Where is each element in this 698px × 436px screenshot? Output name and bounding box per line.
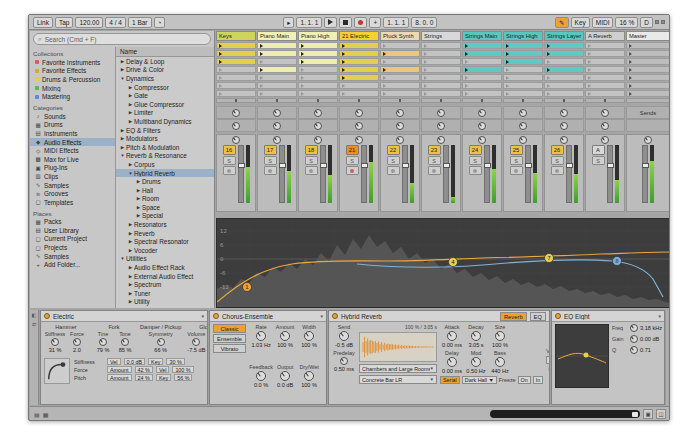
param-knob[interactable] — [447, 331, 457, 341]
send-knob[interactable] — [601, 122, 609, 130]
clip-slot-empty[interactable] — [544, 58, 584, 65]
scene-slot[interactable] — [626, 50, 670, 57]
fader-handle[interactable] — [238, 163, 245, 168]
sidebar-item-mastering[interactable]: Mastering — [30, 92, 115, 101]
track-header-pluck-synth[interactable]: Pluck Synth — [380, 31, 420, 41]
tree-item-hall[interactable]: ▶Hall — [116, 186, 214, 195]
device-header[interactable]: Electric ▾ — [41, 311, 207, 322]
scene-slot[interactable] — [626, 42, 670, 49]
param-cell[interactable]: Amount — [107, 366, 132, 373]
tree-item-hybrid-reverb[interactable]: ▼Hybrid Reverb — [116, 169, 214, 178]
tree-item-multiband-dynamics[interactable]: ▶Multiband Dynamics — [116, 117, 214, 126]
vintage-select[interactable]: Off ▼ — [546, 356, 549, 364]
clip-slot-filled[interactable] — [544, 42, 584, 49]
arrangement-position[interactable]: 1. 1. 1 — [296, 17, 322, 28]
sidebar-item-midi-effects[interactable]: ◇MIDI Effects — [30, 146, 115, 155]
clip-stop-button[interactable] — [503, 98, 543, 103]
clip-slot-empty[interactable] — [380, 74, 420, 81]
sidebar-item-samples[interactable]: ∿Samples — [30, 252, 115, 261]
param-knob[interactable] — [157, 338, 165, 346]
fader-handle[interactable] — [566, 163, 573, 168]
clip-slot-filled[interactable] — [503, 42, 543, 49]
track-activator[interactable]: 16 — [223, 145, 236, 155]
volume-fader[interactable] — [402, 145, 408, 203]
tree-item-spectrum[interactable]: ▶Spectrum — [116, 280, 214, 289]
chevron-right-icon[interactable]: ▶ — [127, 119, 134, 124]
send-knob[interactable] — [478, 109, 486, 117]
clip-slot-filled[interactable] — [298, 58, 338, 65]
key-map-button[interactable]: Key — [571, 17, 590, 28]
stop-all-clips-button[interactable] — [626, 98, 670, 103]
track-header-keys[interactable]: Keys — [216, 31, 256, 41]
solo-button[interactable]: S — [264, 156, 277, 165]
loop-start[interactable]: 1. 1. 1 — [383, 17, 409, 28]
search-input[interactable]: ⌕ Search (Cmd + F) — [33, 33, 211, 45]
send-knob[interactable] — [273, 109, 281, 117]
clip-slot-empty[interactable] — [298, 90, 338, 97]
chevron-right-icon[interactable]: ▶ — [127, 265, 134, 270]
clip-slot-filled[interactable] — [339, 50, 379, 57]
scene-slot[interactable] — [626, 90, 670, 97]
arm-button[interactable] — [510, 166, 523, 175]
clip-slot-empty[interactable] — [298, 74, 338, 81]
chevron-right-icon[interactable]: ▶ — [127, 93, 134, 98]
device-header[interactable]: Hybrid Reverb Reverb EQ — [329, 311, 549, 322]
solo-button[interactable]: S — [305, 156, 318, 165]
chevron-right-icon[interactable]: ▶ — [119, 128, 126, 133]
session-record-button[interactable]: + — [369, 17, 381, 28]
clip-slot-filled[interactable] — [462, 50, 502, 57]
fold-icon[interactable]: ▾ — [320, 313, 323, 319]
param-cell[interactable]: Amount — [107, 374, 132, 381]
sidebar-item-user-library[interactable]: ▤User Library — [30, 226, 115, 235]
clip-slot-filled[interactable] — [216, 58, 256, 65]
chevron-down-icon[interactable]: ▼ — [119, 76, 126, 81]
clip-slot-empty[interactable] — [339, 90, 379, 97]
sidebar-item-samples[interactable]: ∿Samples — [30, 181, 115, 190]
show-device-view-icon[interactable]: ▦ — [43, 411, 49, 418]
sidebar-item-sounds[interactable]: ♪Sounds — [30, 112, 115, 121]
tree-item-delay-loop[interactable]: ▶Delay & Loop — [116, 57, 214, 66]
tree-item-reverb[interactable]: ▶Reverb — [116, 229, 214, 238]
track-activator[interactable]: 23 — [428, 145, 441, 155]
sidebar-item-clips[interactable]: ▥Clips — [30, 172, 115, 181]
pan-knob[interactable] — [232, 136, 240, 144]
track-header-piano-main[interactable]: Piano Main — [257, 31, 297, 41]
clip-slot-empty[interactable] — [421, 50, 461, 57]
device-activator[interactable] — [44, 313, 50, 319]
param-knob[interactable] — [99, 338, 107, 346]
tree-item-limiter[interactable]: ▶Limiter — [116, 109, 214, 118]
device-activator[interactable] — [332, 313, 338, 319]
param-knob[interactable] — [471, 357, 481, 367]
track-activator[interactable]: 25 — [510, 145, 523, 155]
send-knob[interactable] — [601, 109, 609, 117]
sidebar-item-add-folder[interactable]: +Add Folder... — [30, 260, 115, 269]
chevron-right-icon[interactable]: ▶ — [119, 136, 126, 141]
sidebar-item-drums-percussion[interactable]: Drums & Percussion — [30, 75, 115, 84]
param-knob[interactable] — [495, 331, 505, 341]
clip-slot-empty[interactable] — [462, 74, 502, 81]
tree-item-eq-filters[interactable]: ▶EQ & Filters — [116, 126, 214, 135]
scroll-handle[interactable] — [632, 412, 638, 417]
clip-slot-filled[interactable] — [298, 50, 338, 57]
send-knob[interactable] — [273, 122, 281, 130]
clip-slot-filled[interactable] — [380, 50, 420, 57]
pan-knob[interactable] — [644, 136, 652, 144]
mode-classic[interactable]: Classic — [213, 324, 246, 333]
clip-slot-filled[interactable] — [257, 66, 297, 73]
tree-item-audio-effect-rack[interactable]: ▶Audio Effect Rack — [116, 263, 214, 272]
tree-item-resonators[interactable]: ▶Resonators — [116, 220, 214, 229]
send-knob[interactable] — [314, 122, 322, 130]
send-knob[interactable] — [478, 122, 486, 130]
sidebar-item-current-project[interactable]: ▢Current Project — [30, 235, 115, 244]
clip-stop-button[interactable] — [544, 98, 584, 103]
param-knob[interactable] — [304, 371, 314, 381]
disk-overload-indicator[interactable]: D — [640, 17, 653, 28]
track-activator[interactable]: 26 — [551, 145, 564, 155]
tab-reverb[interactable]: Reverb — [500, 312, 527, 321]
clip-slot-empty[interactable] — [421, 82, 461, 89]
param-cell[interactable]: 42 % — [135, 366, 153, 373]
solo-button[interactable]: S — [387, 156, 400, 165]
chevron-right-icon[interactable]: ▶ — [127, 274, 134, 279]
clip-stop-button[interactable] — [462, 98, 502, 103]
tree-item-tuner[interactable]: ▶Tuner — [116, 289, 214, 298]
